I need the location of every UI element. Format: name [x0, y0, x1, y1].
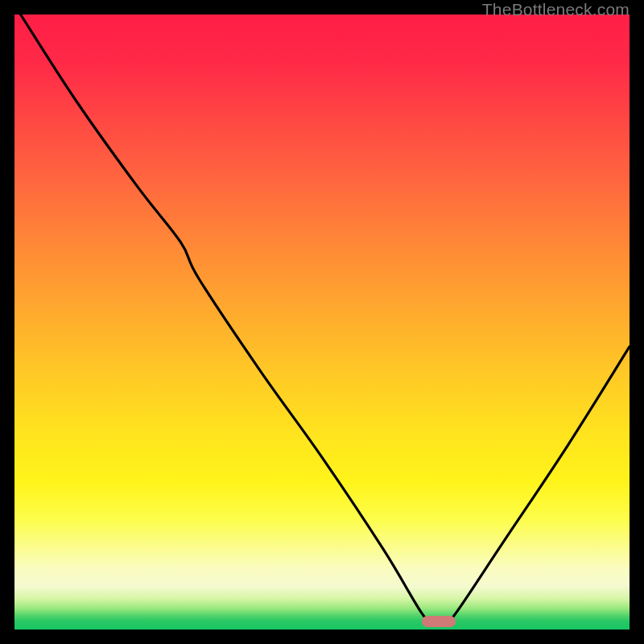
- chart-frame: TheBottleneck.com: [0, 0, 644, 644]
- bottleneck-curve: [14, 14, 630, 630]
- watermark-text: TheBottleneck.com: [482, 0, 630, 19]
- optimal-marker: [422, 616, 456, 627]
